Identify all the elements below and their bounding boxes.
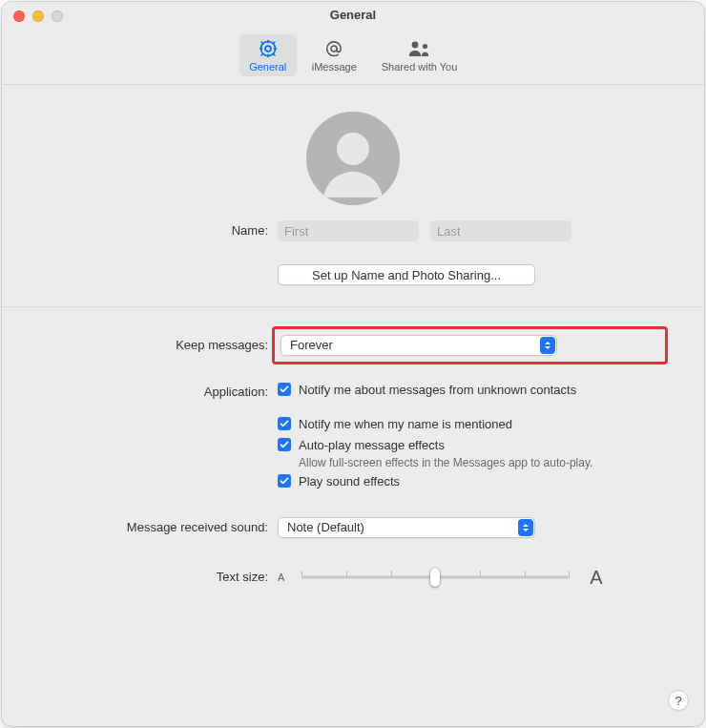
popup-stepper-icon: [540, 337, 555, 354]
gear-icon: [256, 38, 280, 59]
notify-mentioned-checkbox[interactable]: Notify me when my name is mentioned: [278, 416, 662, 433]
checkmark-icon: [278, 417, 291, 430]
tab-label: Shared with You: [382, 61, 458, 73]
zoom-window-button[interactable]: [52, 10, 63, 22]
svg-point-2: [331, 46, 337, 52]
general-pane: Name: Set up Name and Photo Sharing... K…: [2, 85, 704, 609]
name-label: Name:: [44, 220, 278, 241]
checkmark-icon: [278, 383, 291, 396]
autoplay-effects-checkbox[interactable]: Auto-play message effects: [278, 437, 662, 454]
play-sound-effects-checkbox[interactable]: Play sound effects: [278, 473, 662, 490]
svg-point-6: [337, 133, 369, 165]
keep-messages-highlight: Forever: [272, 326, 668, 364]
text-size-max-glyph: A: [590, 567, 602, 589]
autoplay-effects-subtext: Allow full-screen effects in the Message…: [299, 456, 662, 469]
preferences-toolbar: General iMessage Shared with You: [2, 29, 704, 85]
checkbox-label: Notify me when my name is mentioned: [299, 416, 512, 433]
window-controls: [13, 10, 63, 22]
setup-name-photo-sharing-button[interactable]: Set up Name and Photo Sharing...: [278, 264, 535, 285]
checkbox-label: Auto-play message effects: [299, 437, 445, 454]
tab-imessage[interactable]: iMessage: [302, 34, 366, 76]
popup-stepper-icon: [518, 519, 533, 536]
first-name-field[interactable]: [278, 220, 419, 241]
notify-unknown-checkbox[interactable]: Notify me about messages from unknown co…: [278, 382, 662, 399]
svg-point-0: [265, 46, 271, 52]
received-sound-popup[interactable]: Note (Default): [278, 517, 535, 538]
keep-messages-label: Keep messages:: [44, 335, 278, 356]
checkmark-icon: [278, 474, 291, 488]
help-glyph: ?: [675, 694, 681, 708]
help-button[interactable]: ?: [668, 690, 689, 711]
last-name-field[interactable]: [430, 220, 571, 241]
application-label: Application:: [44, 382, 278, 403]
minimize-window-button[interactable]: [32, 10, 44, 22]
received-sound-label: Message received sound:: [44, 517, 278, 538]
tab-general[interactable]: General: [239, 34, 297, 76]
people-icon: [407, 38, 432, 59]
svg-point-1: [260, 41, 275, 55]
tab-shared-with-you[interactable]: Shared with You: [372, 34, 467, 76]
checkmark-icon: [278, 438, 291, 451]
titlebar: General: [2, 2, 704, 29]
slider-knob[interactable]: [430, 568, 440, 587]
at-icon: [322, 38, 346, 59]
close-window-button[interactable]: [13, 10, 25, 22]
keep-messages-popup[interactable]: Forever: [280, 335, 557, 356]
text-size-label: Text size:: [44, 567, 278, 588]
text-size-min-glyph: A: [278, 572, 284, 583]
tab-label: General: [249, 61, 286, 73]
checkbox-label: Notify me about messages from unknown co…: [299, 382, 576, 399]
window-title: General: [2, 2, 704, 29]
profile-avatar[interactable]: [306, 112, 400, 205]
tab-label: iMessage: [312, 61, 357, 73]
keep-messages-value: Forever: [290, 336, 333, 355]
preferences-window: General General iMessage: [2, 2, 704, 726]
section-divider: [2, 306, 704, 307]
text-size-slider[interactable]: [301, 565, 569, 590]
received-sound-value: Note (Default): [287, 518, 364, 537]
svg-point-4: [422, 44, 426, 49]
checkbox-label: Play sound effects: [299, 473, 400, 490]
svg-point-3: [411, 42, 418, 49]
